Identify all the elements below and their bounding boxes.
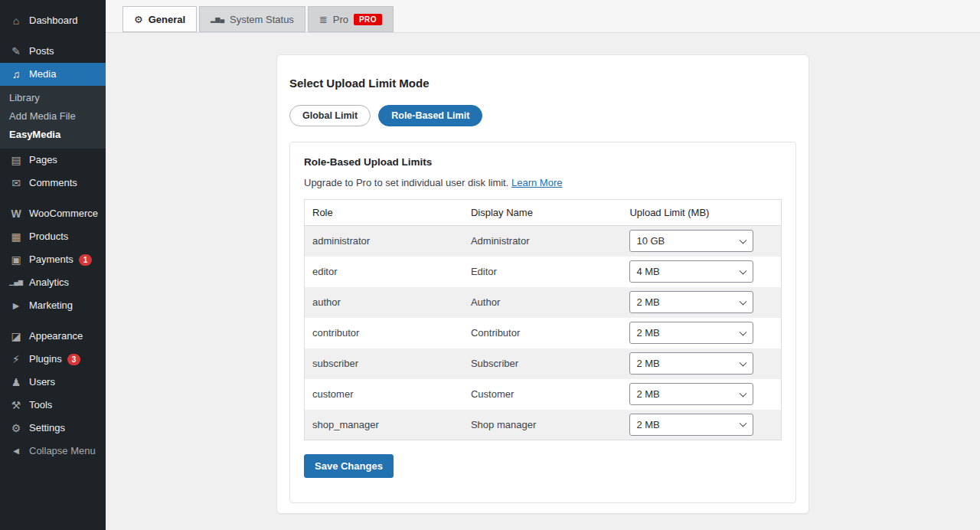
sidebar-item-tools[interactable]: ⚒ Tools xyxy=(0,394,106,417)
admin-sidebar: ⌂ Dashboard ✎ Posts ♫ Media Library Add … xyxy=(0,0,106,530)
woocommerce-logo-icon: W xyxy=(8,208,24,220)
display-name-cell: Subscriber xyxy=(463,348,622,379)
global-limit-button[interactable]: Global Limit xyxy=(289,105,371,126)
sidebar-item-label: Analytics xyxy=(29,276,69,289)
upload-limit-select-wrap: 10 GB xyxy=(629,230,753,252)
role-cell: administrator xyxy=(305,226,463,257)
role-cell: contributor xyxy=(305,318,463,348)
col-display-name: Display Name xyxy=(463,200,622,226)
submenu-item-add-media-file[interactable]: Add Media File xyxy=(0,107,106,126)
upload-limit-select[interactable]: 2 MB xyxy=(629,352,753,375)
media-submenu: Library Add Media File EasyMedia xyxy=(0,86,106,149)
sidebar-item-label: Pages xyxy=(29,154,57,166)
limit-cell: 2 MB xyxy=(622,379,781,410)
mode-heading: Select Upload Limit Mode xyxy=(289,77,796,90)
limit-cell: 2 MB xyxy=(622,410,781,440)
upload-limit-select-wrap: 2 MB xyxy=(629,352,753,375)
submenu-item-library[interactable]: Library xyxy=(0,89,106,107)
plugin-icon: ⚡ xyxy=(8,353,24,365)
sidebar-item-comments[interactable]: ✉ Comments xyxy=(0,172,106,195)
sidebar-item-woocommerce[interactable]: W WooCommerce xyxy=(0,202,106,225)
upload-limit-select-wrap: 2 MB xyxy=(629,291,753,313)
sidebar-item-label: Payments xyxy=(29,254,74,266)
sidebar-item-label: Appearance xyxy=(29,330,83,342)
sidebar-item-label: Tools xyxy=(29,399,52,411)
sidebar-item-label: Plugins xyxy=(29,353,62,365)
upload-limit-select-wrap: 2 MB xyxy=(629,322,753,344)
sidebar-item-marketing[interactable]: ► Marketing xyxy=(0,294,106,317)
menu-separator xyxy=(0,195,106,202)
sidebar-item-products[interactable]: ▦ Products xyxy=(0,225,106,248)
tab-label: General xyxy=(149,14,185,25)
pro-badge: PRO xyxy=(354,14,382,25)
upgrade-text: Upgrade to Pro to set individual user di… xyxy=(304,177,508,188)
sidebar-item-posts[interactable]: ✎ Posts xyxy=(0,40,106,63)
display-name-cell: Administrator xyxy=(463,226,622,257)
role-cell: subscriber xyxy=(305,348,463,379)
role-cell: author xyxy=(305,287,463,318)
display-name-cell: Shop manager xyxy=(463,410,622,440)
upload-limit-select[interactable]: 2 MB xyxy=(629,322,753,344)
display-name-cell: Editor xyxy=(463,257,622,287)
submenu-item-easymedia[interactable]: EasyMedia xyxy=(0,126,106,144)
mode-toggle: Global Limit Role-Based Limit xyxy=(289,105,796,126)
dashboard-icon: ⌂ xyxy=(8,15,24,27)
sidebar-item-media[interactable]: ♫ Media xyxy=(0,63,106,86)
sidebar-item-appearance[interactable]: ◪ Appearance xyxy=(0,325,106,348)
role-based-limit-button[interactable]: Role-Based Limit xyxy=(378,105,482,126)
upload-limit-select-wrap: 2 MB xyxy=(629,414,753,436)
products-icon: ▦ xyxy=(8,231,24,243)
limit-cell: 4 MB xyxy=(622,257,781,287)
display-name-cell: Customer xyxy=(463,379,622,410)
sidebar-item-plugins[interactable]: ⚡ Plugins 3 xyxy=(0,348,106,371)
table-row: editor Editor 4 MB xyxy=(305,257,782,287)
upload-limit-select[interactable]: 10 GB xyxy=(629,230,753,252)
sidebar-item-label: Marketing xyxy=(29,299,73,312)
sidebar-item-label: Products xyxy=(29,231,68,243)
tab-system-status[interactable]: ▂▆▄ System Status xyxy=(199,6,305,32)
upload-limit-select-wrap: 4 MB xyxy=(629,260,753,283)
collapse-menu-button[interactable]: ◀ Collapse Menu xyxy=(0,440,106,463)
settings-tabbar: ⚙ General ▂▆▄ System Status ≣ Pro PRO xyxy=(106,0,980,33)
sidebar-item-label: Posts xyxy=(29,45,54,57)
tab-general[interactable]: ⚙ General xyxy=(122,6,197,32)
sidebar-item-label: Settings xyxy=(29,422,65,434)
upload-limit-select[interactable]: 2 MB xyxy=(629,414,753,436)
comment-bubble-icon: ✉ xyxy=(8,177,24,189)
upload-limit-select[interactable]: 4 MB xyxy=(629,260,753,283)
limit-cell: 2 MB xyxy=(622,287,781,318)
display-name-cell: Contributor xyxy=(463,318,622,348)
role-cell: editor xyxy=(305,257,463,287)
sidebar-item-label: Dashboard xyxy=(29,15,78,27)
pushpin-icon: ✎ xyxy=(8,45,24,57)
limit-cell: 2 MB xyxy=(622,318,781,348)
media-icon: ♫ xyxy=(8,68,24,80)
tab-label: Pro xyxy=(333,14,348,25)
sidebar-item-dashboard[interactable]: ⌂ Dashboard xyxy=(0,9,106,32)
upgrade-note: Upgrade to Pro to set individual user di… xyxy=(304,177,782,188)
sidebar-item-payments[interactable]: ▣ Payments 1 xyxy=(0,248,106,271)
collapse-arrow-icon: ◀ xyxy=(8,445,24,457)
sidebar-item-label: Collapse Menu xyxy=(29,445,96,457)
sidebar-item-analytics[interactable]: ▁▄▆ Analytics xyxy=(0,271,106,294)
tab-pro[interactable]: ≣ Pro PRO xyxy=(308,6,394,32)
col-upload-limit: Upload Limit (MB) xyxy=(622,200,781,226)
table-row: contributor Contributor 2 MB xyxy=(305,318,782,348)
paintbrush-icon: ◪ xyxy=(8,330,24,342)
settings-icon: ⚙ xyxy=(8,422,24,434)
sidebar-item-users[interactable]: ♟ Users xyxy=(0,371,106,394)
upload-limit-select[interactable]: 2 MB xyxy=(629,291,753,313)
gear-icon: ⚙ xyxy=(134,14,143,25)
wp-admin: ⌂ Dashboard ✎ Posts ♫ Media Library Add … xyxy=(0,0,980,530)
table-header-row: Role Display Name Upload Limit (MB) xyxy=(305,200,782,226)
bar-chart-icon: ▂▆▄ xyxy=(211,16,224,23)
sidebar-item-pages[interactable]: ▤ Pages xyxy=(0,149,106,172)
save-changes-button[interactable]: Save Changes xyxy=(304,454,394,478)
upload-limit-select[interactable]: 2 MB xyxy=(629,383,753,405)
megaphone-icon: ► xyxy=(8,299,24,312)
role-cell: shop_manager xyxy=(305,410,463,440)
sidebar-item-settings[interactable]: ⚙ Settings xyxy=(0,417,106,440)
wrench-icon: ⚒ xyxy=(8,399,24,411)
learn-more-link[interactable]: Learn More xyxy=(511,177,562,188)
pages-icon: ▤ xyxy=(8,154,24,166)
